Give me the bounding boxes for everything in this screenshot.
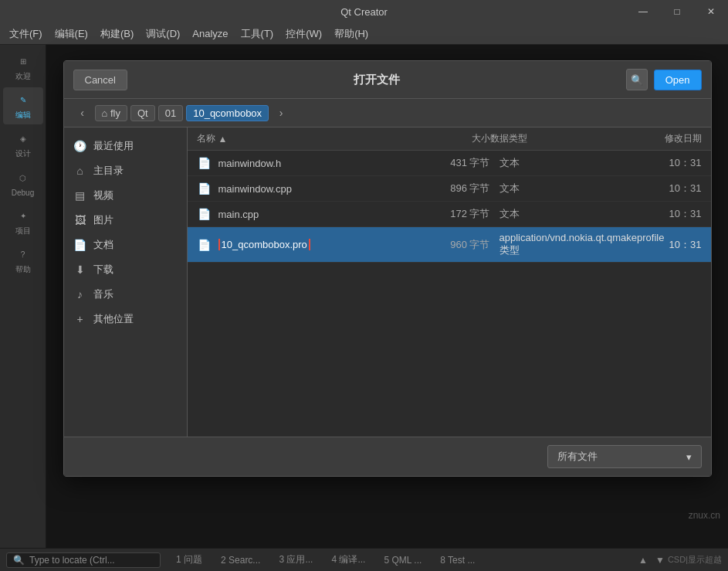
cancel-button[interactable]: Cancel [73,70,127,90]
breadcrumb-01[interactable]: 01 [158,105,183,121]
file-size: 172 字节 [413,207,490,221]
watermark: znux.cn [689,510,720,521]
sidebar-recent[interactable]: 🕐 最近使用 [64,134,187,158]
table-row[interactable]: 📄 mainwindow.cpp 896 字节 文本 10：31 [188,176,711,202]
sidebar-item-debug[interactable]: ⬡ Debug [3,165,43,202]
dialog-overlay: Cancel 打开文件 🔍 Open ‹ ⌂ fly Qt 01 [46,45,728,548]
sidebar-item-design[interactable]: ◈ 设计 [3,126,43,163]
menu-analyze[interactable]: Analyze [186,25,234,42]
sidebar-video-label: 视频 [93,189,113,202]
arrow-down-button[interactable]: ▼ [652,552,668,568]
sidebar-home[interactable]: ⌂ 主目录 [64,158,187,183]
home-icon: ⌂ [102,107,108,119]
file-type: application/vnd.nokia.qt.qmakeprofile 类型 [490,232,665,257]
menu-help[interactable]: 帮助(H) [328,24,374,44]
sidebar-item-help[interactable]: ? 帮助 [3,242,43,279]
recent-icon: 🕐 [73,139,87,153]
sidebar-music[interactable]: ♪ 音乐 [64,282,187,307]
menu-build[interactable]: 构建(B) [94,24,140,44]
status-tab-search[interactable]: 2 Searc... [212,552,269,569]
sidebar-item-edit[interactable]: ✎ 编辑 [3,87,43,124]
minimize-button[interactable]: — [626,0,660,23]
file-name: mainwindow.cpp [218,183,413,195]
table-row[interactable]: 📄 10_qcombobox.pro 960 字节 application/vn… [188,227,711,263]
breadcrumb-qt[interactable]: Qt [130,105,155,121]
app-title: Qt Creator [340,6,388,18]
sidebar-video[interactable]: ▤ 视频 [64,183,187,208]
sidebar-documents[interactable]: 📄 文档 [64,233,187,257]
music-icon: ♪ [73,287,87,301]
sidebar-downloads-label: 下载 [93,263,113,277]
main-layout: ⊞ 欢迎 ✎ 编辑 ◈ 设计 ⬡ Debug ✦ 项目 ? 帮助 [0,45,728,548]
menu-file[interactable]: 文件(F) [3,24,49,44]
file-size: 431 字节 [413,156,490,170]
menu-edit[interactable]: 编辑(E) [49,24,94,44]
file-dialog: Cancel 打开文件 🔍 Open ‹ ⌂ fly Qt 01 [63,60,712,477]
open-button[interactable]: Open [654,70,702,90]
project-icon: ✦ [15,207,32,224]
sidebar-item-label: 编辑 [15,110,31,121]
sidebar-item-project[interactable]: ✦ 项目 [3,203,43,240]
header-size[interactable]: 大小 [413,132,490,145]
arrow-up-button[interactable]: ▲ [635,552,651,568]
sidebar-documents-label: 文档 [93,238,113,252]
file-filter-select[interactable]: 所有文件 ▾ [547,445,702,468]
window-controls: — □ ✕ [626,0,728,23]
sidebar-images-label: 图片 [93,213,113,227]
sidebar-item-label: 欢迎 [15,71,31,82]
sidebar-music-label: 音乐 [93,287,113,301]
menu-tools[interactable]: 工具(T) [235,24,280,44]
menu-bar: 文件(F) 编辑(E) 构建(B) 调试(D) Analyze 工具(T) 控件… [0,23,728,45]
file-size: 896 字节 [413,182,490,195]
sidebar-other[interactable]: + 其他位置 [64,307,187,331]
video-icon: ▤ [73,189,87,202]
dialog-sidebar: 🕐 最近使用 ⌂ 主目录 ▤ 视频 🖼 图片 [64,127,188,437]
file-name: mainwindow.h [218,158,413,169]
breadcrumb-current[interactable]: 10_qcombobox [186,105,269,121]
file-type: 文本 [490,207,645,221]
title-bar: Qt Creator — □ ✕ [0,0,728,23]
header-name[interactable]: 名称 ▲ [197,132,413,145]
breadcrumb-forward[interactable]: › [272,104,290,122]
status-tab-qml[interactable]: 5 QML ... [374,552,431,569]
sidebar-item-welcome[interactable]: ⊞ 欢迎 [3,49,43,86]
close-button[interactable]: ✕ [694,0,728,23]
menu-debug[interactable]: 调试(D) [140,24,186,44]
filter-arrow-icon: ▾ [686,451,692,463]
sidebar: ⊞ 欢迎 ✎ 编辑 ◈ 设计 ⬡ Debug ✦ 项目 ? 帮助 [0,45,46,548]
menu-controls[interactable]: 控件(W) [279,24,328,44]
help-icon: ? [15,246,32,263]
sidebar-images[interactable]: 🖼 图片 [64,208,187,233]
breadcrumb-home[interactable]: ⌂ fly [95,105,127,121]
content-area: Cancel 打开文件 🔍 Open ‹ ⌂ fly Qt 01 [46,45,728,548]
status-tab-compile[interactable]: 4 编译... [322,550,374,569]
welcome-icon: ⊞ [15,53,32,70]
sidebar-other-label: 其他位置 [93,312,134,326]
images-icon: 🖼 [73,213,87,227]
sidebar-item-label: Debug [12,189,34,197]
file-name: main.cpp [218,209,413,220]
table-row[interactable]: 📄 main.cpp 172 字节 文本 10：31 [188,202,711,227]
sidebar-downloads[interactable]: ⬇ 下载 [64,257,187,282]
file-icon: 📄 [197,181,212,196]
search-button[interactable]: 🔍 [626,69,648,90]
status-tab-test[interactable]: 8 Test ... [431,552,484,569]
status-tab-app[interactable]: 3 应用... [269,550,322,569]
sidebar-home-label: 主目录 [93,164,124,178]
design-icon: ◈ [15,130,32,147]
file-list-area[interactable]: 名称 ▲ 大小 数据类型 修改日期 [188,127,711,437]
header-type[interactable]: 数据类型 [490,132,645,145]
file-name: 10_qcombobox.pro [218,239,413,250]
dialog-body: 🕐 最近使用 ⌂ 主目录 ▤ 视频 🖼 图片 [64,127,711,437]
other-icon: + [73,312,87,326]
debug-icon: ⬡ [15,170,32,187]
status-tab-issues[interactable]: 1 问题 [167,550,212,569]
maximize-button[interactable]: □ [660,0,694,23]
file-icon: 📄 [197,155,212,171]
documents-icon: 📄 [73,238,87,252]
header-date[interactable]: 修改日期 [645,132,702,145]
breadcrumb-fly: fly [110,107,120,119]
status-search-box[interactable]: 🔍 Type to locate (Ctrl... [6,552,161,568]
table-row[interactable]: 📄 mainwindow.h 431 字节 文本 10：31 [188,151,711,176]
breadcrumb-back[interactable]: ‹ [73,104,92,122]
